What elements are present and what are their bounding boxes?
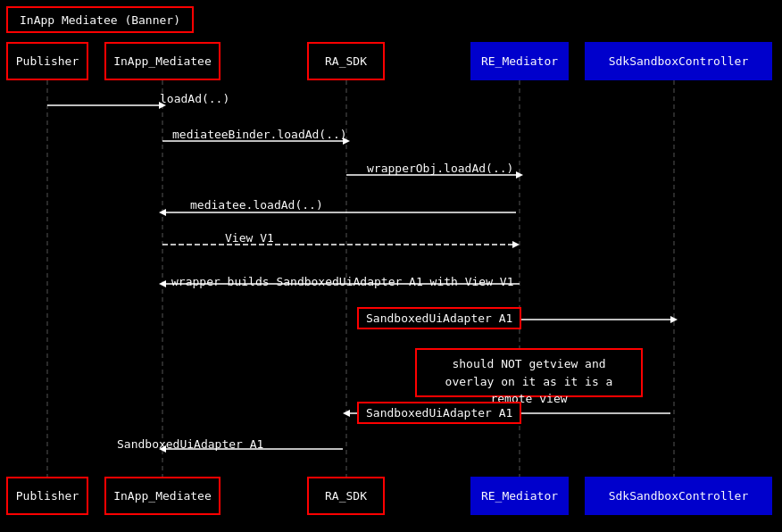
diagram: InApp Mediatee (Banner) Publisher InApp_… <box>0 0 782 532</box>
publisher-top: Publisher <box>6 42 88 80</box>
sdk-sandbox-top: SdkSandboxController <box>585 42 772 80</box>
sdk-sandbox-bot: SdkSandboxController <box>585 477 772 515</box>
msg-sandboxed-adapter-3: SandboxedUiAdapter A1 <box>117 437 263 451</box>
ra-sdk-bot: RA_SDK <box>307 477 385 515</box>
msg-view-v1: View V1 <box>225 231 274 245</box>
re-mediator-bot: RE_Mediator <box>470 477 569 515</box>
svg-marker-14 <box>512 241 520 248</box>
msg-sandboxed-adapter-1: SandboxedUiAdapter A1 <box>357 307 521 329</box>
inapp-mediatee-top: InApp_Mediatee <box>104 42 220 80</box>
re-mediator-top: RE_Mediator <box>470 42 569 80</box>
inapp-mediatee-bot: InApp_Mediatee <box>104 477 220 515</box>
diagram-title: InApp Mediatee (Banner) <box>6 6 194 33</box>
svg-marker-18 <box>670 316 678 323</box>
msg-mediatee-loadad: mediatee.loadAd(..) <box>190 198 323 212</box>
note-box: should NOT getview and overlay on it as … <box>415 348 643 397</box>
msg-wrapper-builds: wrapper builds SandboxedUiAdapter A1 wit… <box>171 275 514 288</box>
svg-marker-10 <box>516 171 523 179</box>
note-text: should NOT getview and overlay on it as … <box>445 357 613 405</box>
svg-marker-12 <box>159 209 166 216</box>
msg-loadad: loadAd(..) <box>160 92 229 105</box>
msg-sandboxed-adapter-2: SandboxedUiAdapter A1 <box>357 402 521 424</box>
msg-mediatee-binder: mediateeBinder.loadAd(..) <box>172 128 347 141</box>
svg-marker-20 <box>343 410 350 417</box>
svg-marker-16 <box>159 280 166 287</box>
ra-sdk-top: RA_SDK <box>307 42 385 80</box>
publisher-bot: Publisher <box>6 477 88 515</box>
msg-wrapper-obj: wrapperObj.loadAd(..) <box>367 162 513 175</box>
